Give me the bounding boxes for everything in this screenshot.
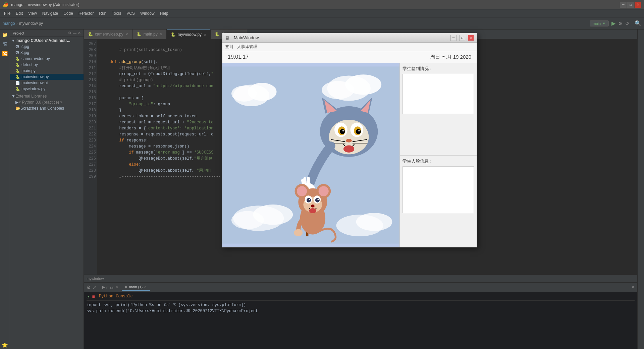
tree-item-python36[interactable]: ▶ < Python 3.6 (practice) > xyxy=(10,99,84,105)
tree-label: mywindow.py xyxy=(21,86,45,91)
tree-item-mywindow[interactable]: 🐍 mywindow.py xyxy=(10,86,84,92)
svg-point-50 xyxy=(311,205,315,208)
left-sidebar-icons: 📁 🏗 🔀 ⭐ xyxy=(0,30,10,349)
fw-date: 周日 七月 19 2020 xyxy=(430,54,471,60)
svg-point-52 xyxy=(294,229,303,236)
fw-minimize-button[interactable]: ─ xyxy=(450,35,457,41)
fw-checkin-box xyxy=(402,74,474,114)
reload-button[interactable]: ↺ xyxy=(625,21,629,26)
svg-point-42 xyxy=(319,186,329,196)
favorites-icon[interactable]: ⭐ xyxy=(1,341,9,349)
project-label: Project xyxy=(13,31,24,35)
project-collapse-icon[interactable]: — xyxy=(73,31,76,35)
tree-item-external-libs[interactable]: ▼ External Libraries xyxy=(10,93,84,99)
python-icon: 🐍 xyxy=(15,87,20,91)
menu-file[interactable]: File xyxy=(1,10,13,16)
fw-menu-facelib[interactable]: 人脸库管理 xyxy=(237,43,257,50)
menu-view[interactable]: View xyxy=(25,10,40,16)
menu-code[interactable]: Code xyxy=(61,10,76,16)
ui-icon: 📄 xyxy=(15,81,20,85)
bottom-tab-run[interactable]: ▶ main ✕ xyxy=(99,284,122,291)
svg-point-40 xyxy=(297,186,307,196)
bottom-tabs: ⚙ ⤢ ▶ main ✕ ▶ main (1) ✕ ✕ xyxy=(84,283,637,292)
close-icon[interactable]: ✕ xyxy=(204,33,206,37)
project-settings-icon[interactable]: ⚙ xyxy=(68,31,71,35)
structure-icon[interactable]: 🏗 xyxy=(1,40,9,48)
tree-item-mainwindow-ui[interactable]: 📄 mainwindow.ui xyxy=(10,80,84,86)
run-config[interactable]: main ▼ xyxy=(590,20,609,26)
tab-main[interactable]: 🐍 main.py ✕ xyxy=(132,30,167,39)
fw-info-panels: 学生签到情况： 学生人脸信息： xyxy=(399,63,477,247)
project-close-icon[interactable]: ✕ xyxy=(78,31,81,35)
tab-cameravideo[interactable]: 🐍 cameravideo.py ✕ xyxy=(84,30,132,39)
editor-status: mywindow xyxy=(84,275,637,282)
svg-point-9 xyxy=(231,211,264,229)
close-icon[interactable]: ✕ xyxy=(160,33,162,36)
tree-item-3jpg[interactable]: 🖼 3.jpg xyxy=(10,50,84,56)
menu-edit[interactable]: Edit xyxy=(13,10,25,16)
bottom-tab-label: main xyxy=(106,285,114,289)
menu-navigate[interactable]: Navigate xyxy=(40,10,61,16)
svg-point-11 xyxy=(356,213,392,231)
tree-item-main[interactable]: 🐍 main.py xyxy=(10,68,84,74)
fw-window-icon: 🖥 xyxy=(225,35,230,41)
project-tree: ▼ mango C:\Users\Administr... 🖼 2.jpg 🖼 … xyxy=(10,37,84,349)
fw-maximize-button[interactable]: □ xyxy=(459,35,465,41)
tree-label: 2.jpg xyxy=(20,44,29,49)
project-icon[interactable]: 📁 xyxy=(1,31,9,39)
menu-tools[interactable]: Tools xyxy=(109,10,124,16)
fw-menu-checkin[interactable]: 签到 xyxy=(225,43,233,50)
menu-run[interactable]: Run xyxy=(96,10,109,16)
breadcrumb-root[interactable]: mango xyxy=(3,21,15,26)
tree-item-cameravideo[interactable]: 🐍 cameravideo.py xyxy=(10,56,84,62)
svg-point-22 xyxy=(340,129,345,134)
svg-point-27 xyxy=(343,145,354,153)
fw-title-bar: 🖥 MainWindow ─ □ ✕ xyxy=(222,33,477,43)
svg-line-34 xyxy=(305,179,306,185)
image-icon: 🖼 xyxy=(15,51,19,55)
fw-close-button[interactable]: ✕ xyxy=(468,35,474,41)
restart-icon[interactable]: ↺ xyxy=(87,294,89,300)
tree-item-scratches[interactable]: 📂 Scratches and Consoles xyxy=(10,105,84,111)
tree-item-mango[interactable]: ▼ mango C:\Users\Administr... xyxy=(10,38,84,44)
settings-run-button[interactable]: ⚙ xyxy=(618,21,623,26)
close-icon[interactable]: ✕ xyxy=(144,285,147,289)
minimize-button[interactable]: ─ xyxy=(620,2,627,8)
settings-icon[interactable]: ⚙ xyxy=(87,285,91,290)
tree-item-2jpg[interactable]: 🖼 2.jpg xyxy=(10,44,84,50)
breadcrumb-file[interactable]: mywindow.py xyxy=(19,21,43,26)
tab-mywindow[interactable]: 🐍 mywindow.py ✕ xyxy=(167,30,211,39)
bottom-content[interactable]: ↺ ■ Python Console import sys; print('Py… xyxy=(84,292,637,349)
breadcrumb: mango › mywindow.py xyxy=(3,21,43,26)
run-button[interactable]: ▶ xyxy=(611,20,615,26)
vcs-icon[interactable]: 🔀 xyxy=(1,50,9,58)
stop-icon[interactable]: ■ xyxy=(92,294,95,300)
svg-point-46 xyxy=(307,198,311,202)
collapse-icon[interactable]: ✕ xyxy=(629,285,637,290)
expand-icon[interactable]: ⤢ xyxy=(92,285,96,290)
fw-checkin-panel: 学生签到情况： xyxy=(400,63,477,155)
tree-label: 3.jpg xyxy=(20,50,29,55)
tree-item-mainwindow-py[interactable]: 🐍 mainwindow.py xyxy=(10,74,84,80)
maximize-button[interactable]: □ xyxy=(627,2,634,8)
bottom-tab-run1[interactable]: ▶ main (1) ✕ xyxy=(122,283,150,291)
search-button[interactable]: 🔍 xyxy=(635,20,641,26)
bottom-tab-label: main (1) xyxy=(129,285,143,289)
svg-point-3 xyxy=(231,86,257,102)
tree-label: cameravideo.py xyxy=(21,56,50,61)
svg-point-48 xyxy=(309,199,310,200)
fw-content: 学生签到情况： 学生人脸信息： xyxy=(222,63,477,247)
run-config-label: main xyxy=(593,21,601,25)
console-toolbar: ↺ ■ Python Console xyxy=(87,293,635,301)
python-icon: 🐍 xyxy=(15,57,20,61)
close-button[interactable]: ✕ xyxy=(635,2,641,8)
menu-vcs[interactable]: VCS xyxy=(124,10,138,16)
close-icon[interactable]: ✕ xyxy=(125,33,128,36)
python-icon: 🐍 xyxy=(15,63,20,67)
tree-item-detect[interactable]: 🐍 detect.py xyxy=(10,62,84,68)
close-icon[interactable]: ✕ xyxy=(116,285,118,289)
svg-point-26 xyxy=(346,139,352,142)
menu-refactor[interactable]: Refactor xyxy=(76,10,96,16)
menu-help[interactable]: Help xyxy=(157,10,171,16)
menu-window[interactable]: Window xyxy=(138,10,157,16)
